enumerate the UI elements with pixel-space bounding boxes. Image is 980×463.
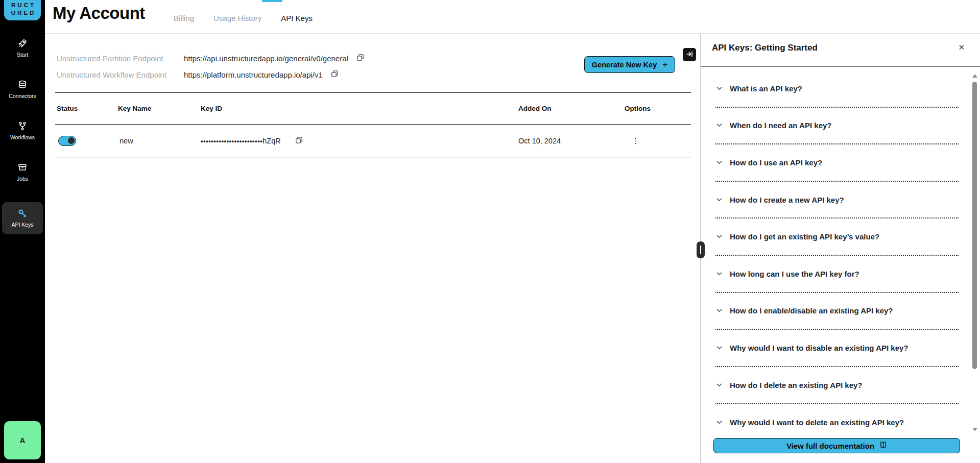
close-icon[interactable]: ✕ — [958, 43, 965, 52]
tab-api-keys[interactable]: API Keys — [281, 14, 313, 22]
copy-partition-endpoint-button[interactable] — [356, 54, 364, 63]
column-header-options: Options — [623, 105, 691, 112]
logo-text-line1: RUCT — [11, 2, 36, 8]
sidebar-item-connectors[interactable]: Connectors — [2, 75, 43, 103]
chevron-down-icon — [715, 121, 723, 129]
faq-accordion-item[interactable]: Why would I want to disable an existing … — [715, 330, 959, 367]
toggle-knob — [68, 137, 75, 144]
scrollbar-thumb[interactable] — [972, 82, 977, 369]
status-cell — [55, 136, 116, 146]
key-id-cell: •••••••••••••••••••••••• hZqR — [199, 136, 517, 145]
main-column: My Account Billing Usage History API Key… — [45, 0, 980, 463]
workflow-endpoint-row: Unstructured Workflow Endpoint https://p… — [57, 66, 364, 83]
sidebar-item-label: Start — [17, 52, 28, 58]
open-book-icon — [879, 441, 887, 450]
faq-question-text: Why would I want to disable an existing … — [730, 344, 909, 352]
faq-question-text: How do I enable/disable an existing API … — [730, 306, 893, 315]
column-header-key-name: Key Name — [116, 105, 199, 112]
endpoints-section: Unstructured Partition Endpoint https://… — [57, 50, 364, 83]
workflow-branch-icon — [17, 121, 28, 131]
copy-key-id-button[interactable] — [295, 136, 303, 145]
sidebar-item-label: Workflows — [10, 134, 35, 140]
faq-question-text: What is an API key? — [730, 84, 802, 93]
partition-endpoint-row: Unstructured Partition Endpoint https://… — [57, 50, 364, 66]
sidebar-nav: Start Connectors — [0, 34, 45, 248]
sidebar-item-jobs[interactable]: Jobs — [2, 158, 43, 186]
sidebar-item-start[interactable]: Start — [2, 34, 43, 62]
key-icon — [17, 208, 28, 218]
faq-accordion-item[interactable]: Why would I want to delete an existing A… — [715, 404, 959, 441]
logo-text-line2: URED — [11, 10, 36, 16]
chevron-down-icon — [715, 419, 723, 426]
endpoint-label: Unstructured Workflow Endpoint — [57, 70, 184, 79]
api-keys-content: Unstructured Partition Endpoint https://… — [45, 34, 701, 463]
scroll-down-arrow-icon[interactable] — [972, 428, 977, 431]
avatar[interactable]: A — [4, 421, 41, 459]
faq-accordion-item[interactable]: How do I use an API key? — [715, 144, 959, 182]
copy-workflow-endpoint-button[interactable] — [331, 70, 339, 79]
doc-button-label: View full documentation — [786, 442, 874, 450]
sidebar-item-label: API Keys — [11, 222, 33, 228]
sidebar-item-workflows[interactable]: Workflows — [2, 116, 43, 144]
view-full-documentation-button[interactable]: View full documentation — [713, 438, 960, 453]
faq-accordion-item[interactable]: What is an API key? — [715, 70, 959, 108]
account-tabs: Billing Usage History API Keys — [174, 14, 313, 22]
plus-icon: + — [662, 60, 667, 70]
faq-accordion-item[interactable]: How do I create a new API key? — [715, 182, 959, 219]
panel-title-divider — [701, 66, 980, 67]
sidebar-item-api-keys[interactable]: API Keys — [2, 202, 43, 234]
faq-question-text: Why would I want to delete an existing A… — [730, 418, 904, 427]
chevron-down-icon — [715, 270, 723, 278]
active-tab-indicator — [262, 0, 282, 2]
page-body: Unstructured Partition Endpoint https://… — [45, 34, 980, 463]
chevron-down-icon — [715, 233, 723, 240]
copy-icon — [295, 136, 303, 145]
panel-title: API Keys: Getting Started — [712, 43, 818, 53]
chevron-down-icon — [715, 344, 723, 352]
getting-started-panel: API Keys: Getting Started ✕ What is an A… — [701, 34, 980, 463]
faq-accordion-item[interactable]: How do I enable/disable an existing API … — [715, 293, 959, 330]
sidebar-item-label: Connectors — [9, 93, 36, 99]
faq-list: What is an API key? When do I need an AP… — [715, 70, 959, 441]
column-header-added-on: Added On — [517, 105, 623, 112]
faq-question-text: How do I create a new API key? — [730, 196, 844, 204]
endpoint-value: https://platform.unstructuredapp.io/api/… — [184, 70, 323, 79]
table-header-row: Status Key Name Key ID Added On Options — [55, 92, 691, 125]
tab-usage-history[interactable]: Usage History — [213, 14, 261, 22]
database-icon — [17, 80, 28, 90]
chevron-down-icon — [715, 196, 723, 204]
key-status-toggle[interactable] — [58, 136, 76, 146]
faq-question-text: How long can I use the API key for? — [730, 270, 859, 278]
faq-accordion-item[interactable]: How long can I use the API key for? — [715, 256, 959, 293]
tab-billing[interactable]: Billing — [174, 14, 194, 22]
sidebar: RUCT URED Start — [0, 0, 45, 463]
unstructured-logo[interactable]: RUCT URED — [4, 0, 41, 20]
faq-question-text: How do I use an API key? — [730, 158, 822, 167]
faq-question-text: When do I need an API key? — [730, 121, 831, 130]
page-header: My Account Billing Usage History API Key… — [45, 0, 980, 34]
rocket-icon — [17, 38, 28, 48]
options-cell: ⋮ — [623, 137, 691, 145]
table-row: new •••••••••••••••••••••••• hZqR — [55, 125, 691, 158]
copy-icon — [331, 70, 339, 79]
jobs-box-icon — [17, 162, 28, 173]
chevron-down-icon — [715, 159, 723, 166]
key-name-cell: new — [116, 137, 199, 145]
key-id-masked: •••••••••••••••••••••••• — [201, 137, 262, 145]
app-window: RUCT URED Start — [0, 0, 980, 463]
generate-new-key-button[interactable]: Generate New Key + — [584, 56, 675, 73]
resize-handle-grip — [700, 246, 701, 254]
collapse-panel-button[interactable] — [683, 48, 696, 61]
faq-accordion-item[interactable]: How do I get an existing API key’s value… — [715, 218, 959, 256]
chevron-down-icon — [715, 85, 723, 92]
faq-accordion-item[interactable]: When do I need an API key? — [715, 108, 959, 145]
api-keys-table: Status Key Name Key ID Added On Options … — [55, 92, 691, 158]
chevron-down-icon — [715, 381, 723, 389]
panel-resize-handle[interactable] — [697, 241, 705, 258]
key-id-suffix: hZqR — [262, 137, 280, 145]
row-options-kebab-icon[interactable]: ⋮ — [632, 137, 639, 144]
generate-new-key-label: Generate New Key — [592, 61, 657, 69]
panel-scrollbar — [971, 74, 978, 431]
scroll-up-arrow-icon[interactable] — [972, 74, 977, 78]
faq-accordion-item[interactable]: How do I delete an existing API key? — [715, 367, 959, 404]
